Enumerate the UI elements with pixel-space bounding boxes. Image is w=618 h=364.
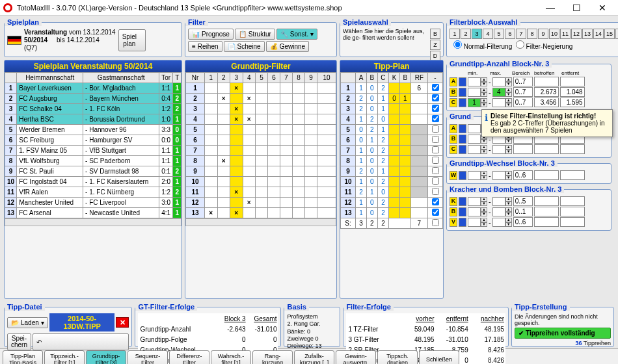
block-num-2[interactable]: 2 <box>461 29 471 39</box>
grid-row[interactable]: 6 <box>186 135 336 146</box>
tippplan-row[interactable]: 7102 <box>341 146 443 156</box>
block-num-1[interactable]: 1 <box>450 29 460 39</box>
min-spinner[interactable]: ▲▼ <box>468 145 487 154</box>
h-scrollbar[interactable] <box>5 218 181 226</box>
minimize-button[interactable]: — <box>537 1 563 15</box>
block-num-11[interactable]: 11 <box>560 29 571 39</box>
range-field[interactable] <box>513 87 533 97</box>
row-checkbox[interactable] <box>432 198 439 205</box>
range-field[interactable] <box>513 144 533 154</box>
radio-neg[interactable]: Filter-Negierung <box>516 43 572 50</box>
toolbar-8[interactable]: Gewinn- auswertg. <box>336 350 376 364</box>
speichern-button[interactable]: Spei- chern <box>7 333 31 350</box>
min-spinner[interactable]: ▲▼ <box>468 88 487 97</box>
delete-file-button[interactable]: ✕ <box>116 317 129 328</box>
prognose-button[interactable]: 📊 Prognose <box>188 29 234 40</box>
sonst-button[interactable]: 🔧 Sonst. ▾ <box>276 29 317 40</box>
grid-row[interactable]: 4×× <box>186 114 336 125</box>
max-spinner[interactable]: ▲▼ <box>492 218 512 227</box>
tippplan-row[interactable]: 11210 <box>341 187 443 198</box>
tippplan-row[interactable]: 10102 <box>341 177 443 187</box>
b-button[interactable]: B <box>430 29 440 39</box>
maximize-button[interactable]: ☐ <box>563 1 589 15</box>
block-num-5[interactable]: 5 <box>494 29 504 39</box>
spielplan-row[interactable]: 4Hertha BSC- Borussia Dortmund1:01 <box>5 114 181 125</box>
z-button[interactable]: Z <box>430 40 440 50</box>
row-checkbox[interactable] <box>432 125 439 133</box>
spielplan-row[interactable]: 5Werder Bremen- Hannover 963:30 <box>5 125 181 135</box>
grid-row[interactable]: 11× <box>186 187 336 198</box>
block-num-15[interactable]: 15 <box>604 29 615 39</box>
grundtipp-grid[interactable]: Nr12345678910 1×2××3×4××5678×91011×12×13… <box>185 72 336 218</box>
min-spinner[interactable]: ▲▼ <box>468 207 487 216</box>
max-spinner[interactable]: ▲▼ <box>492 88 512 97</box>
tippplan-table[interactable]: ABCKBRF- 1102622010132014120502160127102… <box>340 72 443 229</box>
spielplan-row[interactable]: 13FC Arsenal- Newcastle United4:11 <box>5 208 181 218</box>
radio-normal[interactable]: Normal-Filterung <box>453 43 512 50</box>
laden-button[interactable]: 📂 Laden ▾ <box>7 317 48 328</box>
toolbar-4[interactable]: Differenz- Filter <box>169 350 209 364</box>
tippplan-row[interactable]: 9201 <box>341 166 443 177</box>
toolbar-10[interactable]: Schließen <box>419 350 459 364</box>
spielplan-row[interactable]: 10FC Ingolstadt 04- 1. FC Kaiserslautern… <box>5 177 181 187</box>
max-spinner[interactable]: ▲▼ <box>492 145 512 154</box>
range-field[interactable] <box>513 170 533 180</box>
spielplan-button[interactable]: Spiel plan <box>118 29 146 51</box>
max-spinner[interactable]: ▲▼ <box>492 207 512 216</box>
toolbar-7[interactable]: Zufalls- kürzung [..] <box>294 350 334 364</box>
range-field[interactable] <box>513 217 533 227</box>
toolbar-5[interactable]: Wahrsch.- filter [1] <box>211 350 251 364</box>
spielplan-row[interactable]: 71. FSV Mainz 05- VfB Stuttgart1:11 <box>5 146 181 156</box>
spielplan-row[interactable]: 12Manchester United- FC Liverpool3:01 <box>5 198 181 208</box>
max-spinner[interactable]: ▲▼ <box>492 171 512 180</box>
scheine-button[interactable]: 📄 Scheine <box>224 41 265 52</box>
tippplan-row[interactable]: 3201 <box>341 104 443 114</box>
tippplan-row[interactable]: 4120 <box>341 114 443 125</box>
row-checkbox[interactable] <box>432 94 439 101</box>
block-num-3[interactable]: 3 <box>472 29 482 39</box>
grid-row[interactable]: 1× <box>186 83 336 94</box>
range-field[interactable] <box>513 196 533 206</box>
grid-row[interactable]: 12× <box>186 198 336 208</box>
tippplan-row[interactable]: 5021 <box>341 125 443 135</box>
tippplan-row[interactable]: 12102 <box>341 198 443 208</box>
h-scrollbar-2[interactable] <box>185 218 336 226</box>
spielplan-row[interactable]: 8VfL Wolfsburg- SC Paderborn1:11 <box>5 156 181 166</box>
row-checkbox[interactable] <box>432 84 439 91</box>
toolbar-2[interactable]: Grundtipp- Filter [3] <box>86 350 126 364</box>
max-spinner[interactable]: ▲▼ <box>492 77 512 86</box>
toolbar-0[interactable]: Tipp-Plan Tipp-Basis <box>3 350 43 364</box>
toolbar-1[interactable]: Tippzeich.- Filter [1] <box>44 350 85 364</box>
spielplan-row[interactable]: 11VfR Aalen- 1. FC Nürnberg1:22 <box>5 187 181 198</box>
row-checkbox[interactable] <box>432 209 439 216</box>
tippplan-row[interactable]: 11026 <box>341 83 443 94</box>
row-checkbox[interactable] <box>432 188 439 195</box>
undo-button[interactable]: ↶ <box>33 333 129 350</box>
toolbar-3[interactable]: Sequenz- Filter <box>128 350 168 364</box>
block-num-9[interactable]: 9 <box>538 29 548 39</box>
block-num-10[interactable]: 10 <box>549 29 559 39</box>
block-num-7[interactable]: 7 <box>516 29 526 39</box>
struktur-button[interactable]: 📋 Struktur <box>235 29 275 40</box>
block-num-4[interactable]: 4 <box>483 29 493 39</box>
grid-row[interactable]: 8× <box>186 156 336 166</box>
grid-row[interactable]: 7 <box>186 146 336 156</box>
row-checkbox[interactable] <box>432 146 439 153</box>
row-checkbox[interactable] <box>432 136 439 143</box>
gewinne-button[interactable]: 💰 Gewinne <box>266 41 309 52</box>
grid-row[interactable]: 13×× <box>186 208 336 218</box>
grid-row[interactable]: 10 <box>186 177 336 187</box>
close-button[interactable]: ✕ <box>589 1 615 15</box>
range-field[interactable] <box>513 98 533 107</box>
min-spinner[interactable]: ▲▼ <box>468 197 487 206</box>
grid-row[interactable]: 9 <box>186 166 336 177</box>
tippplan-row[interactable]: 220101 <box>341 94 443 104</box>
toolbar-6[interactable]: Rang- kürzung <box>252 350 293 364</box>
min-spinner[interactable]: ▲▼ <box>468 77 487 86</box>
row-checkbox[interactable] <box>432 177 439 185</box>
range-field[interactable] <box>513 77 533 86</box>
block-num-8[interactable]: 8 <box>527 29 537 39</box>
block-num-14[interactable]: 14 <box>593 29 604 39</box>
row-checkbox[interactable] <box>432 115 439 122</box>
tippplan-row[interactable]: 6012 <box>341 135 443 146</box>
